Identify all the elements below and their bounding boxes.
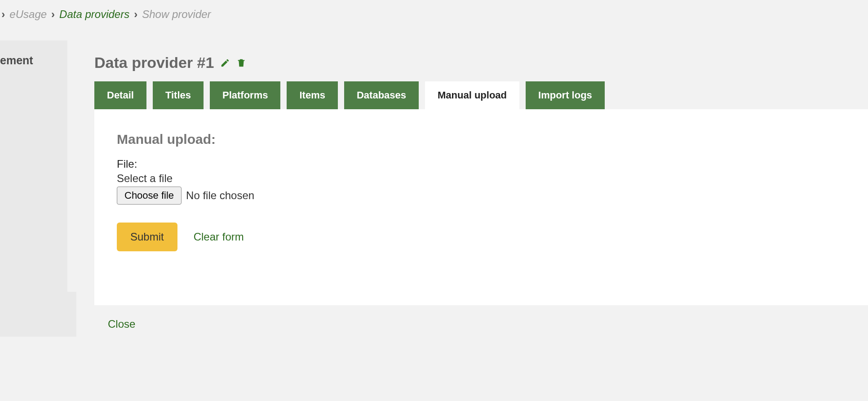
tab-import-logs[interactable]: Import logs [526, 81, 605, 109]
submit-button[interactable]: Submit [117, 223, 177, 251]
trash-icon[interactable] [236, 58, 246, 68]
file-label: File: [117, 158, 846, 170]
file-input-row: Choose file No file chosen [117, 187, 846, 205]
tab-manual-upload[interactable]: Manual upload [425, 81, 519, 109]
tab-detail[interactable]: Detail [94, 81, 146, 109]
page-title-row: Data provider #1 [94, 49, 868, 81]
chevron-right-icon: › [51, 8, 55, 21]
breadcrumb-item-eusage[interactable]: eUsage [9, 8, 47, 21]
sidebar-secondary-block [0, 292, 76, 337]
sidebar: ement [0, 40, 67, 310]
close-row: Close [94, 305, 868, 330]
tab-items[interactable]: Items [287, 81, 337, 109]
breadcrumb-item-data-providers[interactable]: Data providers [59, 8, 129, 21]
chevron-right-icon: › [1, 8, 5, 21]
edit-icon[interactable] [220, 58, 230, 68]
file-chosen-status: No file chosen [186, 189, 254, 202]
choose-file-button[interactable]: Choose file [117, 187, 182, 205]
sidebar-item-label[interactable]: ement [0, 54, 33, 67]
close-link[interactable]: Close [108, 318, 135, 330]
breadcrumb: ment › eUsage › Data providers › Show pr… [0, 0, 868, 29]
select-file-hint: Select a file [117, 172, 846, 185]
panel-heading: Manual upload: [117, 132, 846, 147]
page-title: Data provider #1 [94, 54, 214, 71]
tab-databases[interactable]: Databases [344, 81, 419, 109]
action-row: Submit Clear form [117, 223, 846, 251]
breadcrumb-item-show-provider: Show provider [142, 8, 211, 21]
clear-form-link[interactable]: Clear form [194, 231, 244, 243]
main-content: Data provider #1 Detail Titles Platforms… [94, 49, 868, 330]
chevron-right-icon: › [134, 8, 137, 21]
tab-titles[interactable]: Titles [153, 81, 204, 109]
tab-platforms[interactable]: Platforms [210, 81, 280, 109]
tabs: Detail Titles Platforms Items Databases … [94, 81, 868, 109]
manual-upload-panel: Manual upload: File: Select a file Choos… [94, 109, 868, 305]
